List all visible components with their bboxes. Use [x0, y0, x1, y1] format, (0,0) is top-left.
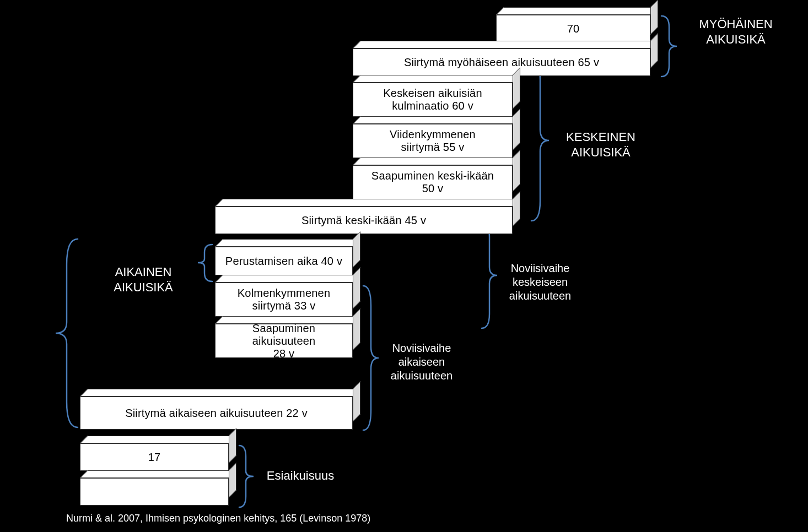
- label-preadult: Esiaikuisuus: [256, 468, 344, 484]
- brace-novice-early: [361, 284, 381, 432]
- label-early-adulthood: AIKAINENAIKUISIKÄ: [94, 264, 193, 295]
- diagram-stage: MYÖHÄINENAIKUISIKÄ KESKEINENAIKUISIKÄ AI…: [0, 0, 808, 532]
- brace-novice-middle: [480, 220, 499, 330]
- source-citation: Nurmi & al. 2007, Ihmisen psykologinen k…: [66, 512, 728, 525]
- brace-era-middle: [529, 58, 551, 223]
- brace-preadult: [237, 443, 256, 509]
- label-late-adulthood: MYÖHÄINENAIKUISIKÄ: [678, 17, 794, 47]
- label-middle-adulthood: KESKEINENAIKUISIKÄ: [551, 129, 650, 160]
- label-novice-middle: Noviisivaihekeskeiseenaikuisuuteen: [499, 262, 581, 303]
- brace-late: [659, 14, 679, 79]
- brace-era-early: [52, 237, 80, 430]
- label-novice-early: Noviisivaiheaikaiseenaikuisuuteen: [380, 341, 463, 383]
- brace-novice-top: [196, 242, 214, 284]
